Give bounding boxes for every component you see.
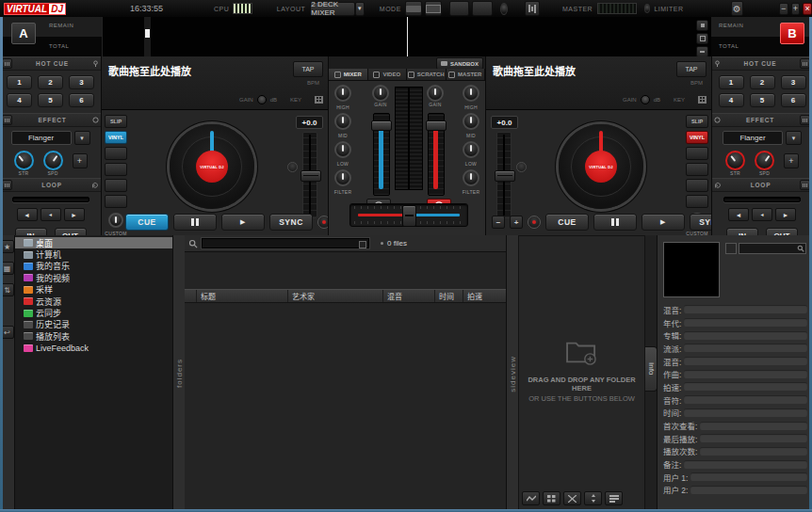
field-value[interactable] [690, 486, 807, 494]
effect-knob-1[interactable] [725, 151, 745, 170]
hotcue-button-5[interactable]: 5 [750, 93, 775, 107]
eq-low-knob-a[interactable] [334, 141, 351, 158]
loop-half-button[interactable]: ◄ [728, 208, 749, 221]
effect-dropdown-arrow-icon[interactable]: ▼ [74, 131, 90, 145]
field-value[interactable] [684, 370, 807, 378]
pad-button-3[interactable] [686, 179, 708, 192]
volume-fader-a[interactable] [373, 113, 390, 196]
hotcue-button-4[interactable]: 4 [7, 93, 32, 107]
loop-double-button[interactable]: ► [64, 208, 85, 221]
deck-b-loop-toggle-button[interactable] [528, 216, 541, 229]
hotcue-button-5[interactable]: 5 [38, 93, 63, 107]
wave-zoom-in-button[interactable] [696, 20, 708, 31]
effect-select[interactable]: Flanger [723, 131, 783, 145]
waveform-display[interactable] [102, 17, 713, 56]
tab-scratch[interactable]: SCRATCH [407, 69, 447, 81]
tab-video[interactable]: VIDEO [368, 69, 408, 81]
deck-a-sync-button[interactable]: SYNC [269, 214, 313, 231]
wave-layout-button-2[interactable] [472, 1, 493, 16]
gain-mini-knob[interactable] [641, 95, 650, 104]
loop-double-button[interactable]: ► [775, 208, 796, 221]
info-search-options-button[interactable] [725, 243, 737, 254]
deck-a-play-button[interactable]: ▶ [221, 214, 265, 231]
field-value[interactable] [690, 472, 807, 481]
waveform-position-marker[interactable] [144, 17, 151, 56]
automix-button[interactable] [522, 491, 540, 505]
mic-button[interactable] [525, 1, 540, 16]
key-grid-icon[interactable] [698, 96, 706, 104]
deck-b-plus-button[interactable]: + [510, 216, 523, 229]
folder-item-livefeedback[interactable]: LiveFeedback [15, 343, 172, 354]
field-value[interactable] [684, 460, 807, 469]
deck-a-tap-button[interactable]: TAP [293, 61, 323, 77]
slip-button[interactable]: SLIP [105, 115, 127, 128]
effect-knob-2[interactable] [755, 151, 774, 170]
deck-b-minus-button[interactable]: − [492, 216, 505, 229]
crossfader-handle[interactable] [402, 205, 416, 227]
field-value[interactable] [684, 331, 807, 340]
folder-item-desktop[interactable]: 桌面 [15, 237, 172, 248]
folder-item-history[interactable]: 历史记录 [15, 319, 172, 330]
field-value[interactable] [684, 305, 807, 313]
eq-mid-knob-b[interactable] [463, 113, 479, 130]
tab-master[interactable]: MASTER [447, 69, 486, 81]
effect-dropdown-arrow-icon[interactable]: ▼ [786, 131, 802, 145]
column-spacer[interactable] [185, 290, 197, 302]
close-button[interactable]: × [803, 3, 812, 15]
hotcue-button-1[interactable]: 1 [7, 75, 32, 89]
field-value[interactable] [684, 344, 807, 352]
mode-button-2[interactable] [425, 1, 442, 16]
field-value[interactable] [684, 382, 807, 391]
hotcue-button-4[interactable]: 4 [719, 93, 744, 107]
field-value[interactable] [684, 318, 807, 327]
pad-button-1[interactable] [105, 147, 127, 160]
layout-select[interactable]: 2 DECK MIXER [310, 2, 354, 16]
sidelist-button[interactable] [605, 491, 623, 505]
effect-knob-1[interactable] [14, 151, 34, 170]
deck-b-cue-button[interactable]: CUE [545, 214, 589, 231]
key-grid-icon[interactable] [315, 96, 323, 104]
deck-b-pause-button[interactable] [593, 214, 637, 231]
pad-button-4[interactable] [105, 195, 127, 208]
effect-select[interactable]: Flanger [11, 131, 72, 145]
crossfader[interactable] [349, 203, 468, 227]
pad-button-3[interactable] [105, 179, 127, 192]
pad-button-2[interactable] [686, 163, 708, 176]
folder-item-cloudsync[interactable]: 云同步 [15, 307, 172, 318]
effect-knob-2[interactable] [43, 151, 63, 170]
deck-a-pause-button[interactable] [173, 214, 217, 231]
deck-a-pitch-slider[interactable] [302, 132, 317, 218]
loop-shift-button[interactable]: ◄ [752, 208, 772, 221]
filter-knob-a[interactable] [334, 169, 351, 186]
maximize-button[interactable]: + [791, 3, 801, 15]
custom-knob[interactable] [108, 213, 123, 228]
folder-item-music[interactable]: 我的音乐 [15, 261, 172, 272]
field-value[interactable] [700, 422, 807, 430]
hotcue-button-6[interactable]: 6 [781, 93, 806, 107]
deck-a-jogwheel[interactable]: VIRTUAL DJ [170, 124, 254, 209]
slip-button[interactable]: SLIP [686, 115, 708, 128]
gain-knob-a[interactable] [372, 85, 389, 102]
folder-item-samples[interactable]: 采样 [15, 284, 172, 296]
minimize-button[interactable]: − [779, 3, 788, 15]
deck-b-tap-button[interactable]: TAP [676, 61, 706, 77]
settings-gear-icon[interactable]: ⚙ [731, 1, 743, 16]
folder-item-cloud[interactable]: 云资源 [15, 296, 172, 307]
add-effect-button[interactable]: + [784, 153, 799, 168]
sampler-button[interactable] [543, 491, 560, 505]
add-effect-button[interactable]: + [73, 153, 88, 168]
wave-layout-button-1[interactable] [449, 1, 470, 16]
pad-button-1[interactable] [686, 147, 708, 160]
loop-half-button[interactable]: ◄ [17, 208, 38, 221]
eq-mid-knob-a[interactable] [334, 113, 351, 130]
filter-knob-b[interactable] [463, 169, 479, 186]
field-value[interactable] [700, 447, 807, 456]
top-round-knob[interactable] [500, 3, 508, 15]
column-artist[interactable]: 艺术家 [288, 290, 383, 302]
tab-mixer[interactable]: MIXER [329, 69, 368, 81]
pad-button-2[interactable] [105, 163, 127, 176]
volume-fader-b[interactable] [428, 113, 445, 196]
eq-high-knob-a[interactable] [334, 85, 351, 102]
deck-b-play-button[interactable]: ▶ [641, 214, 685, 231]
folder-item-videos[interactable]: 我的视频 [15, 272, 172, 283]
